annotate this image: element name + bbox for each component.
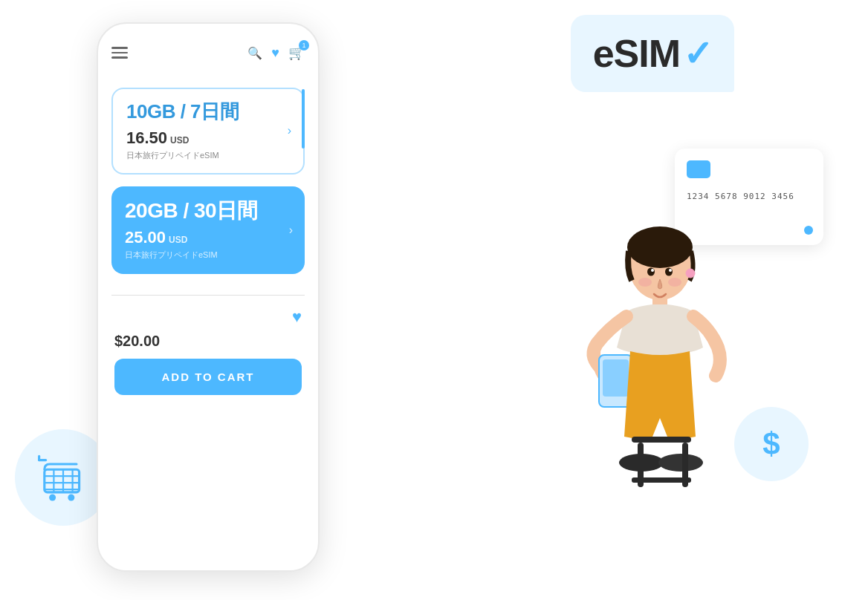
plan1-chevron-icon: › — [288, 124, 291, 137]
svg-point-28 — [668, 278, 681, 287]
plan1-subtitle: 日本旅行プリペイドeSIM — [126, 150, 290, 161]
hamburger-menu-icon[interactable] — [111, 47, 128, 59]
svg-point-12 — [627, 226, 693, 268]
cart-badge: 1 — [299, 40, 309, 50]
esim-label: eSIM — [593, 31, 680, 76]
svg-point-7 — [49, 495, 56, 501]
header-icons: 🔍 ♥ 🛒 1 — [247, 45, 305, 61]
svg-point-24 — [665, 268, 673, 276]
divider — [111, 295, 305, 296]
plan1-price-group: 16.50 USD — [126, 128, 290, 148]
scene: 🔍 ♥ 🛒 1 10GB / 7日間 16.50 USD 日本旅行プリペイドeS… — [0, 0, 868, 600]
plan2-price-group: 25.00 USD — [125, 228, 291, 247]
heart-icon[interactable]: ♥ — [271, 45, 279, 61]
cart-icon[interactable]: 🛒 1 — [288, 45, 305, 61]
plan2-price: 25.00 — [125, 228, 166, 247]
shopping-cart-icon — [36, 451, 90, 504]
svg-rect-19 — [632, 437, 691, 443]
favorite-heart-icon[interactable]: ♥ — [292, 307, 302, 327]
bottom-section: ♥ $20.00 ADD TO CART — [111, 307, 305, 395]
phone-header: 🔍 ♥ 🛒 1 — [111, 39, 305, 67]
plan1-currency: USD — [170, 135, 189, 146]
plan2-chevron-icon: › — [289, 224, 293, 237]
plan2-title: 20GB / 30日間 — [125, 200, 291, 223]
add-to-cart-button[interactable]: ADD TO CART — [114, 359, 302, 395]
esim-text: eSIM✓ — [593, 31, 712, 76]
plan2-subtitle: 日本旅行プリペイドeSIM — [125, 250, 291, 261]
person-svg — [511, 199, 794, 570]
person-illustration — [511, 199, 794, 570]
svg-point-27 — [638, 278, 652, 287]
plan1-price: 16.50 — [126, 128, 167, 148]
svg-point-13 — [686, 269, 695, 278]
plan-card-2[interactable]: 20GB / 30日間 25.00 USD 日本旅行プリペイドeSIM › — [111, 186, 305, 275]
svg-point-23 — [647, 268, 655, 276]
svg-point-25 — [651, 269, 654, 272]
scroll-indicator — [302, 89, 305, 149]
search-icon[interactable]: 🔍 — [247, 46, 262, 60]
plan2-currency: USD — [169, 235, 187, 245]
esim-checkmark: ✓ — [683, 33, 712, 74]
plan1-title: 10GB / 7日間 — [126, 101, 290, 123]
svg-point-18 — [658, 454, 703, 472]
svg-point-26 — [669, 269, 672, 272]
card-chip — [687, 160, 710, 178]
svg-rect-22 — [632, 477, 691, 483]
card-dot — [804, 226, 813, 235]
selected-price: $20.00 — [114, 333, 160, 350]
svg-point-8 — [68, 495, 74, 501]
phone-mockup: 🔍 ♥ 🛒 1 10GB / 7日間 16.50 USD 日本旅行プリペイドeS… — [97, 22, 320, 572]
plan-card-1[interactable]: 10GB / 7日間 16.50 USD 日本旅行プリペイドeSIM › — [111, 88, 305, 175]
esim-speech-bubble: eSIM✓ — [571, 15, 734, 92]
svg-rect-16 — [603, 359, 629, 397]
